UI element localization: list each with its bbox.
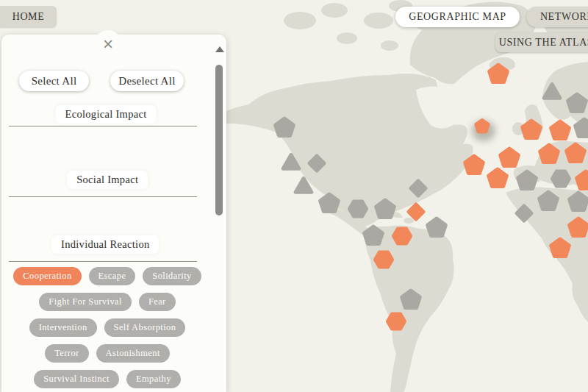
map-marker-orange-pentagon[interactable] — [540, 145, 559, 163]
section-title-ecological-impact: Ecological Impact — [56, 105, 157, 124]
map-marker-gray-pentagon[interactable] — [539, 192, 558, 210]
using-the-atlas-button[interactable]: USING THE ATLAS — [495, 32, 588, 52]
map-marker-orange-pentagon[interactable] — [489, 169, 507, 187]
scrollbar-thumb[interactable] — [215, 65, 223, 215]
filter-panel: × Select All Deselect All Ecological Imp… — [1, 35, 226, 392]
map-marker-orange-hexagon[interactable] — [394, 229, 411, 243]
section-divider — [9, 261, 197, 262]
landmass-arctic-island — [284, 12, 316, 29]
map-marker-orange-pentagon[interactable] — [476, 121, 488, 132]
map-marker-gray-pentagon[interactable] — [570, 193, 588, 210]
filter-tag-empathy[interactable]: Empathy — [126, 370, 181, 388]
filter-tag-cooperation[interactable]: Cooperation — [13, 267, 81, 285]
landmass-arctic-island — [381, 40, 398, 51]
map-marker-orange-pentagon[interactable] — [567, 144, 585, 162]
select-all-button[interactable]: Select All — [19, 71, 89, 91]
filter-tag-solidarity[interactable]: Solidarity — [143, 267, 201, 285]
map-marker-gray-pentagon[interactable] — [320, 194, 339, 212]
map-marker-gray-pentagon[interactable] — [402, 291, 420, 308]
panel-scrollbar[interactable] — [215, 42, 223, 248]
map-marker-gray-hexagon[interactable] — [553, 171, 570, 186]
tab-network[interactable]: NETWORK — [526, 7, 588, 27]
map-marker-orange-pentagon[interactable] — [490, 65, 508, 82]
map-marker-gray-pentagon[interactable] — [428, 218, 446, 236]
filter-tag-escape[interactable]: Escape — [89, 267, 136, 285]
landmass-arctic-island — [321, 3, 348, 18]
tag-list-individual-reaction: CooperationEscapeSolidarityFight For Sur… — [11, 267, 204, 388]
close-icon[interactable]: × — [94, 30, 122, 58]
deselect-all-button[interactable]: Deselect All — [110, 71, 184, 91]
map-marker-orange-pentagon[interactable] — [465, 156, 484, 174]
filter-tag-fight-for-survival[interactable]: Fight For Survival — [39, 293, 132, 311]
map-marker-gray-pentagon[interactable] — [518, 171, 537, 189]
map-marker-orange-hexagon[interactable] — [388, 314, 405, 329]
map-marker-gray-pentagon[interactable] — [276, 118, 294, 136]
map-marker-orange-pentagon[interactable] — [570, 218, 588, 236]
map-marker-gray-pentagon[interactable] — [568, 94, 587, 112]
landmass-arctic-island — [364, 13, 393, 29]
section-title-individual-reaction: Individual Reaction — [51, 235, 159, 254]
filter-tag-astonishment[interactable]: Astonishment — [96, 344, 170, 363]
filter-tag-survival-instinct[interactable]: Survival Instinct — [34, 370, 119, 388]
geographic-atlas-app: HOME GEOGRAPHIC MAP NETWORK USING THE AT… — [0, 0, 588, 392]
landmass-hispaniola — [404, 218, 414, 224]
landmass-arctic-island — [337, 32, 357, 44]
filter-tag-terror[interactable]: Terror — [45, 344, 88, 363]
map-marker-gray-pentagon[interactable] — [365, 227, 383, 244]
map-marker-gray-hexagon[interactable] — [350, 202, 367, 216]
section-divider — [9, 126, 197, 126]
map-marker-orange-pentagon[interactable] — [523, 121, 541, 138]
map-marker-orange-pentagon[interactable] — [551, 121, 570, 139]
filter-tag-self-absorption[interactable]: Self Absorption — [104, 318, 186, 337]
tab-geographic-map[interactable]: GEOGRAPHIC MAP — [395, 7, 520, 27]
map-marker-orange-pentagon[interactable] — [501, 149, 519, 166]
home-button[interactable]: HOME — [0, 6, 57, 27]
scroll-up-icon[interactable] — [215, 46, 224, 52]
section-title-social-impact: Social Impact — [67, 171, 148, 189]
map-marker-gray-pentagon[interactable] — [376, 200, 395, 218]
map-marker-orange-pentagon[interactable] — [551, 239, 570, 257]
map-marker-orange-hexagon[interactable] — [376, 252, 392, 267]
filter-tag-fear[interactable]: Fear — [139, 293, 176, 311]
section-divider — [9, 196, 197, 197]
filter-tag-intervention[interactable]: Intervention — [29, 318, 97, 337]
